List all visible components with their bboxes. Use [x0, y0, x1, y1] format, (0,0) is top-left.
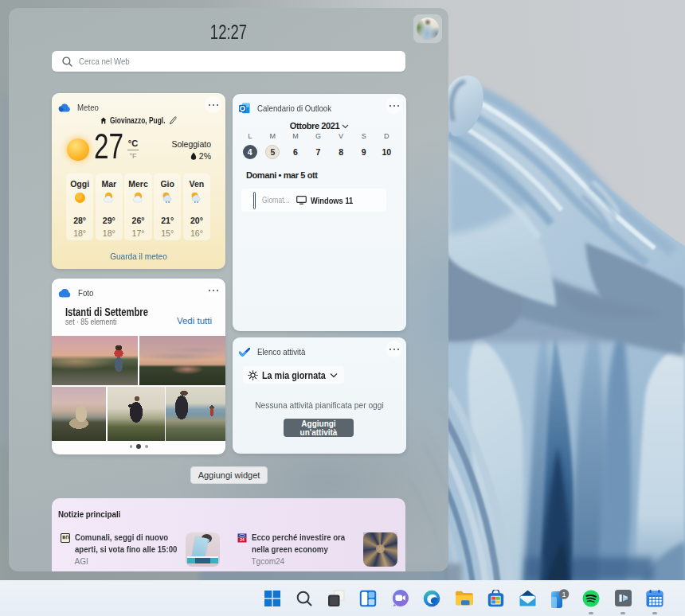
svg-text:24: 24 [240, 538, 245, 542]
svg-text:1: 1 [562, 590, 566, 598]
